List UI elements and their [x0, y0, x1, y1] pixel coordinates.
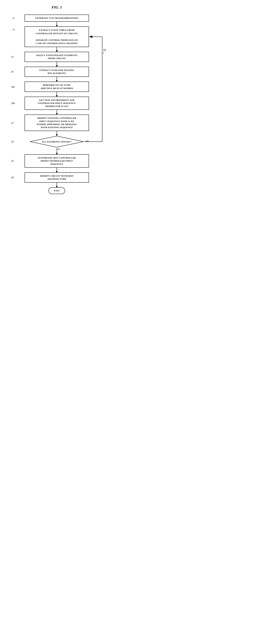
- arrow-10: [57, 182, 57, 187]
- box-exit: EXIT: [49, 187, 65, 194]
- step-num-22: 22: [11, 121, 14, 124]
- box-28: MODIFY CIRCUIT WITH BISTARCHITECTURE: [25, 172, 89, 182]
- arrow-7: [57, 131, 57, 136]
- step-26-row: 26 SYNTHESIZE BIST CONTROLLERFROM CONTRO…: [8, 154, 106, 168]
- box-11: GENERATE CVO TRANSFORMATIONS: [25, 14, 89, 22]
- step-num-16: 16: [11, 70, 14, 73]
- box-26: SYNTHESIZE BIST CONTROLLERFROM CONTROLLE…: [25, 154, 89, 168]
- arrow-8: [57, 150, 57, 154]
- step-18a-row: 18a PERFORM STA OF TCDF,ADD TEST MUXS IF…: [8, 82, 106, 92]
- step-24-row: 24 ALL ELEMENTS TESTED ? NO: [8, 136, 106, 148]
- arrow-1: [57, 22, 57, 26]
- box-12: EXTRACT STATE TABLE FROMCONTROLLER NETLI…: [25, 26, 89, 47]
- step-22-row: 22 MODIFY EXISTING CONTROLLERINPUT SEQUE…: [8, 114, 106, 131]
- step-14-row: 14 SELECT UNTESTED RTL ELEMENTSFROM CIRC…: [8, 52, 106, 62]
- arrow-2: [57, 47, 57, 52]
- yes-label: YES: [56, 148, 60, 150]
- step-28-row: 28 MODIFY CIRCUIT WITH BISTARCHITECTURE: [8, 172, 106, 182]
- diamond-24: ALL ELEMENTS TESTED ? NO: [30, 136, 84, 148]
- svg-text:ALL ELEMENTS TESTED ?: ALL ELEMENTS TESTED ?: [42, 140, 72, 143]
- arrow-4: [57, 77, 57, 82]
- step-num-26: 26: [11, 160, 14, 162]
- yes-section: YES: [54, 148, 60, 154]
- step-18b-row: 18b GET TEST ENVIRONMENT ANDCONTROLLER I…: [8, 96, 106, 110]
- arrow-6: [57, 110, 57, 114]
- page-container: FIG. 1 10 ↙ 11 GENERATE CVO TRANSFORMATI…: [0, 4, 113, 194]
- box-18a: PERFORM STA OF TCDF,ADD TEST MUXS IF NEE…: [25, 82, 89, 92]
- step-num-24: 24: [11, 140, 14, 143]
- step-num-14: 14: [11, 55, 14, 58]
- box-14: SELECT UNTESTED RTL ELEMENTSFROM CIRCUIT: [25, 52, 89, 62]
- step-12-row: 12 EXTRACT STATE TABLE FROMCONTROLLER NE…: [8, 26, 106, 47]
- arrow-3: [57, 62, 57, 67]
- step-num-28: 28: [11, 176, 14, 179]
- step-11-row: 11 GENERATE CVO TRANSFORMATIONS: [8, 14, 106, 22]
- step-16-row: 16 EXTRACT TCDF FOR TESTINGRTL ELEMENTS: [8, 67, 106, 77]
- step-num-11: 11: [12, 17, 15, 20]
- step-num-12: 12: [12, 28, 15, 31]
- box-16: EXTRACT TCDF FOR TESTINGRTL ELEMENTS: [25, 67, 89, 77]
- box-22: MODIFY EXISTING CONTROLLERINPUT SEQUENCE…: [25, 114, 89, 131]
- arrow-5: [57, 92, 57, 96]
- no-label: NO: [85, 140, 89, 143]
- arrow-9: [57, 168, 57, 172]
- step-num-18b: 18b: [11, 102, 15, 105]
- flowchart-wrapper: 10 ↙ 11 GENERATE CVO TRANSFORMATIONS 12 …: [8, 14, 106, 194]
- diamond-svg: ALL ELEMENTS TESTED ?: [30, 136, 84, 148]
- step-num-18a: 18a: [11, 85, 15, 88]
- box-18b: GET TEST ENVIRONMENT ANDCONTROLLER INPUT…: [25, 96, 89, 110]
- exit-row: EXIT: [8, 187, 106, 194]
- figure-title: FIG. 1: [52, 5, 62, 10]
